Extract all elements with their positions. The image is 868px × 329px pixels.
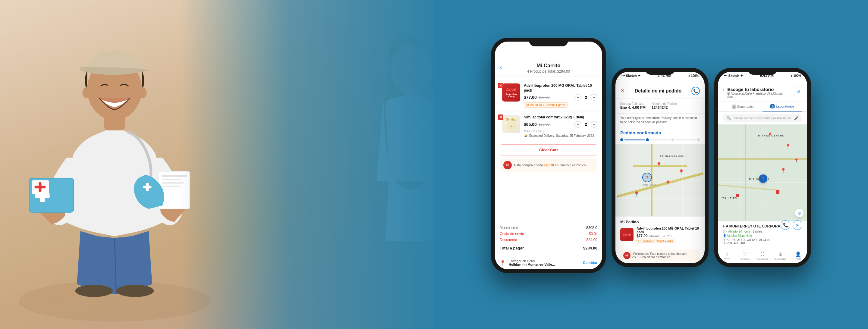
search-icon: 🔍 [726, 116, 731, 120]
map-text-2: Torres Monterr... [642, 184, 658, 186]
detail-screen: ••• Sketch ✦ 9:41 AM ● 100% ✕ Detalle de… [615, 72, 705, 263]
nav-item-categorias[interactable]: ☷ Categorías [753, 250, 771, 262]
points-text: Esta compra abona e$6.10 en dinero elect… [514, 163, 586, 167]
cart-item-similac: ✕ Similac ● Similac total comfort 2 820g… [495, 111, 602, 141]
descuento-label: Descuento [500, 238, 517, 242]
nav-item-favoritos[interactable]: ♡ Favoritos [736, 250, 753, 262]
cambiar-button[interactable]: Cambiar [583, 261, 597, 265]
advil-qty-control[interactable]: − 2 + [575, 94, 597, 101]
summary-envio-row: Costo de envío $0.0₀ [500, 232, 597, 236]
clear-cart-button[interactable]: Clear Cart [500, 144, 597, 156]
phones-showcase: ‹ Mi Carrito 4 Productos Total: $284.00 … [434, 0, 868, 329]
cart-items-list: ✕ Advil ibuprofen 200mg Advil ibuprofen … [495, 77, 602, 222]
lab-title-area: Escoge tu laboratorio El Aguatacal,Calle… [727, 87, 791, 99]
similac-qty-increase[interactable]: + [591, 121, 597, 128]
status-left-lab: ••• Sketch ✦ [724, 74, 743, 78]
advil-price-current: $77.00 [524, 95, 537, 100]
order-summary: Monto total $308.0 Costo de envío $0.0₀ … [495, 222, 602, 256]
advil-qty-increase[interactable]: + [591, 94, 597, 101]
map-pin-lab-2: 📍 [785, 144, 791, 150]
detail-close-button[interactable]: ✕ [620, 88, 625, 94]
search-bar[interactable]: 🔍 Buscar médico disponible por ubicación… [723, 114, 802, 122]
map-square-1 [736, 194, 739, 197]
nav-item-perfil[interactable]: 👤 Perfil [789, 250, 807, 262]
advil-qty-decrease[interactable]: − [575, 94, 581, 101]
store-icon: ⊞ [778, 251, 782, 257]
similac-qty-control[interactable]: − 2 + [575, 121, 597, 128]
lab-map-toggle[interactable]: ⊞ [794, 87, 802, 95]
similac-info: Similac total comfort 2 820g + 360g $65.… [524, 115, 597, 137]
order-price-original: $87.00 [650, 234, 659, 238]
lab-map-background: MITRAS CENTRO MITRAS SUR ZALIZITO 📍 📍 📍 … [718, 125, 807, 221]
navigate-button[interactable]: ➤ [793, 220, 802, 230]
map-locate-button[interactable]: ⊕ [795, 209, 804, 217]
tab-laboratorios-label: Laboratorios [776, 104, 794, 108]
svg-rect-11 [161, 186, 180, 187]
similac-image: Similac ● [502, 115, 520, 133]
status-right-lab: ● 100% [791, 74, 801, 77]
remove-item-similac[interactable]: ✕ [498, 114, 503, 120]
congrats-banner: e$ ¡Felicidades! Esta compra te ha abona… [620, 250, 700, 262]
svg-rect-9 [161, 179, 182, 180]
map-pin-4: 📍 [633, 191, 640, 198]
order-promo-text: Acumula 4, llévate 1 gratis [642, 239, 674, 242]
lab-phone-notch [747, 68, 778, 75]
map-circle: 📍 [642, 173, 652, 182]
cart-item-advil: ✕ Advil ibuprofen 200mg Advil ibuprofen … [495, 80, 602, 111]
lab-back-button[interactable]: ‹ [723, 87, 724, 92]
entrega-label: Entrega Estimada [620, 102, 646, 105]
advil-image: Advil ibuprofen 200mg [502, 84, 520, 102]
tab-sucursales-label: Sucursales [737, 105, 753, 108]
lab-grid-5 [740, 125, 741, 221]
cart-back-button[interactable]: ‹ [500, 63, 502, 71]
status-left-detail: ••• Sketch ✦ [621, 74, 641, 78]
promo-icon: 🏷 [526, 103, 529, 107]
order-note: Your order type is "Immediate Delivery" … [615, 113, 705, 127]
svg-point-14 [116, 285, 154, 297]
call-button[interactable]: 📞 [781, 220, 790, 230]
detail-phone-button[interactable]: 📞 [691, 87, 700, 95]
order-advil-img: Advil [620, 228, 633, 241]
person-photo [12, 0, 217, 329]
advil-price-original: $87.00 [538, 95, 550, 99]
total-label: Total a pagar [500, 246, 524, 250]
order-item-prices: $77.00 $87.00 OTY: 2 [637, 234, 700, 238]
similac-name: Similac total comfort 2 820g + 360g [524, 115, 597, 120]
tab-sucursales[interactable]: ⊞ Sucursales [723, 102, 763, 111]
total-value: $284.00 [583, 246, 597, 250]
order-price-current: $77.00 [637, 234, 648, 238]
advil-price-row: $77.00 $87.00 − 2 + [524, 94, 597, 101]
map-pin-lab-3: 📍 [780, 168, 786, 173]
summary-divider [500, 244, 597, 244]
similac-delivery: 🚚 Estimated Delivery: Saturday, 25 Febru… [524, 134, 594, 137]
lab-screen: ••• Sketch ✦ 9:41 AM ● 100% ‹ Escoge tu … [718, 72, 807, 263]
medico-names: JOSE RAFAEL AGUERO FALCONJORGE ARTURO [723, 238, 802, 245]
medico-badge: 👤 Medico Disponible [723, 234, 752, 237]
advil-info: Advil ibuprofen 200 MG ORAL Tablet 10 pa… [524, 84, 597, 107]
nav-item-sucursales[interactable]: ⊞ Sucursales [772, 250, 789, 262]
monto-label: Monto total [500, 226, 518, 230]
address-text: Holiday Inn Monterrey Valle... [509, 263, 580, 266]
lab-info-card: F A MONTERREY OTE CORPORATIVO 🕐 Abierto … [718, 221, 807, 248]
monto-value: $308.0 [586, 226, 597, 230]
progress-dot-3 [671, 138, 674, 141]
lab-road-2 [745, 125, 746, 221]
map-pin-3: 📍 [678, 169, 684, 176]
map-label-zalizito: ZALIZITO [722, 197, 737, 200]
promo-icon-2: 🏷 [638, 239, 641, 242]
tab-laboratorios[interactable]: 🔬 Laboratorios [763, 102, 802, 111]
nav-label-perfil: Perfil [795, 258, 801, 260]
progress-line-3 [675, 139, 695, 140]
similac-price-original: $67.00 [538, 122, 550, 127]
svg-point-18 [82, 87, 90, 98]
svg-rect-3 [35, 193, 50, 198]
mic-icon[interactable]: 🎤 [794, 116, 799, 120]
map-square-2 [776, 190, 779, 194]
similac-qty-decrease[interactable]: − [575, 121, 581, 128]
home-icon: ⌂ [725, 251, 728, 257]
remove-item-advil[interactable]: ✕ [498, 83, 503, 88]
envio-label: Costo de envío [500, 232, 524, 236]
nav-item-inicio[interactable]: ⌂ Inicio [718, 250, 736, 262]
entrega-col: Entrega Estimada Ene 4, 4:00 PM [620, 102, 646, 110]
sucursales-icon: ⊞ [732, 104, 736, 109]
